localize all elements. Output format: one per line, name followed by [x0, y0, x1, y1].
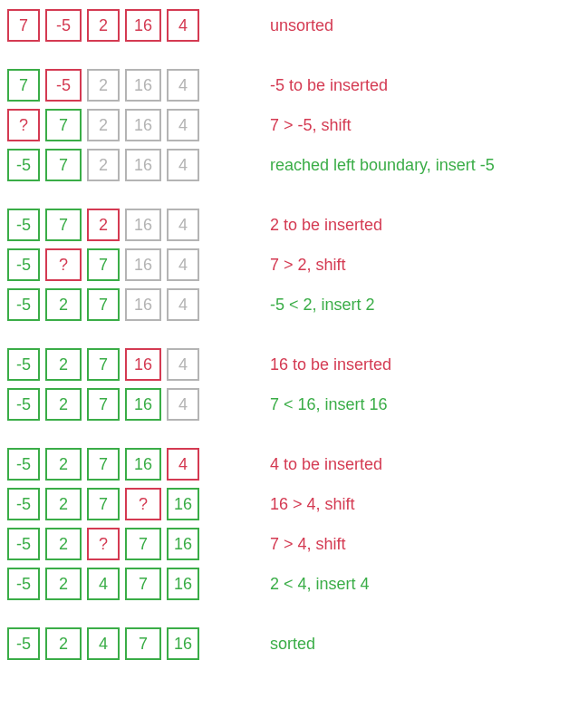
section-gap [7, 49, 581, 69]
array-cell: 4 [87, 568, 120, 600]
array-cells: -572164 [7, 149, 261, 181]
array-cell: -5 [7, 149, 40, 181]
array-cell: 7 [125, 528, 161, 560]
array-cells: -527164 [7, 348, 261, 381]
array-cells: 7-52164 [7, 69, 261, 102]
step-row: -52?7167 > 4, shift [7, 528, 581, 560]
array-cell: 4 [167, 288, 199, 321]
array-cell: 4 [167, 9, 199, 42]
array-cell: 2 [87, 109, 120, 141]
array-cell: 7 [125, 627, 161, 660]
step-row: 7-52164-5 to be inserted [7, 69, 581, 102]
array-cell: 16 [125, 209, 161, 241]
step-row: -527?1616 > 4, shift [7, 488, 581, 520]
array-cell: 16 [125, 448, 161, 481]
array-cells: -52?716 [7, 528, 261, 560]
section-gap [7, 328, 581, 348]
array-cells: -527?16 [7, 488, 261, 520]
array-cells: -572164 [7, 209, 261, 241]
array-cells: -524716 [7, 568, 261, 600]
array-cell: 16 [125, 248, 161, 281]
array-cells: -527164 [7, 288, 261, 321]
array-cell: 16 [125, 9, 161, 42]
array-cell: 7 [87, 388, 120, 421]
section-gap [7, 428, 581, 448]
array-cell: 4 [167, 348, 199, 381]
array-cells: -5?7164 [7, 248, 261, 281]
step-row: ?721647 > -5, shift [7, 109, 581, 141]
step-row: -5247162 < 4, insert 4 [7, 568, 581, 600]
array-cell: 4 [167, 448, 199, 481]
step-caption: unsorted [261, 16, 333, 35]
section-gap [7, 189, 581, 209]
array-cell: 16 [125, 348, 161, 381]
array-cells: 7-52164 [7, 9, 261, 42]
array-cell: 2 [87, 69, 120, 102]
array-cell: 7 [125, 568, 161, 600]
array-cells: -524716 [7, 627, 261, 660]
array-cell: 4 [167, 388, 199, 421]
section-gap [7, 607, 581, 627]
step-caption: 16 > 4, shift [261, 495, 355, 514]
array-cell: -5 [45, 9, 82, 42]
array-cell: 7 [7, 69, 40, 102]
step-row: -52716416 to be inserted [7, 348, 581, 381]
array-cell: 7 [87, 348, 120, 381]
array-cell: 2 [45, 488, 82, 520]
array-cell: 2 [45, 288, 82, 321]
array-cell: 4 [167, 209, 199, 241]
array-cell: -5 [7, 288, 40, 321]
array-cell: 7 [87, 488, 120, 520]
array-cell: ? [45, 248, 82, 281]
array-cell: -5 [7, 448, 40, 481]
step-caption: 2 < 4, insert 4 [261, 575, 370, 594]
step-caption: 7 > 2, shift [261, 256, 346, 275]
array-cell: -5 [7, 348, 40, 381]
step-row: -524716sorted [7, 627, 581, 660]
array-cell: -5 [7, 528, 40, 560]
array-cells: -527164 [7, 388, 261, 421]
array-cell: 4 [87, 627, 120, 660]
step-caption: -5 < 2, insert 2 [261, 296, 375, 315]
array-cell: 7 [45, 149, 82, 181]
array-cell: -5 [7, 627, 40, 660]
step-caption: 7 > 4, shift [261, 535, 346, 554]
array-cell: 2 [45, 528, 82, 560]
array-cell: 7 [45, 209, 82, 241]
array-cell: -5 [7, 209, 40, 241]
array-cell: 2 [45, 388, 82, 421]
insertion-sort-diagram: 7-52164unsorted7-52164-5 to be inserted?… [7, 9, 581, 660]
array-cell: 16 [167, 528, 199, 560]
array-cells: -527164 [7, 448, 261, 481]
array-cell: 7 [87, 248, 120, 281]
array-cell: 4 [167, 69, 199, 102]
array-cell: 16 [125, 288, 161, 321]
array-cell: 2 [87, 9, 120, 42]
array-cell: 7 [7, 9, 40, 42]
array-cell: 2 [45, 627, 82, 660]
step-caption: -5 to be inserted [261, 76, 388, 95]
array-cell: 16 [167, 568, 199, 600]
array-cell: -5 [45, 69, 82, 102]
step-row: -5271644 to be inserted [7, 448, 581, 481]
array-cell: 16 [125, 388, 161, 421]
step-row: -5721642 to be inserted [7, 209, 581, 241]
array-cell: 16 [167, 488, 199, 520]
array-cell: 16 [125, 109, 161, 141]
array-cell: 2 [45, 348, 82, 381]
array-cell: 4 [167, 149, 199, 181]
array-cell: 16 [125, 149, 161, 181]
step-row: -5271647 < 16, insert 16 [7, 388, 581, 421]
array-cells: ?72164 [7, 109, 261, 141]
step-caption: 4 to be inserted [261, 455, 382, 474]
array-cell: ? [125, 488, 161, 520]
array-cell: -5 [7, 568, 40, 600]
step-caption: 7 > -5, shift [261, 116, 352, 135]
array-cell: -5 [7, 388, 40, 421]
array-cell: 7 [87, 448, 120, 481]
array-cell: ? [87, 528, 120, 560]
array-cell: 2 [45, 448, 82, 481]
step-row: -572164reached left boundary, insert -5 [7, 149, 581, 181]
step-caption: 2 to be inserted [261, 216, 382, 235]
step-row: -527164-5 < 2, insert 2 [7, 288, 581, 321]
